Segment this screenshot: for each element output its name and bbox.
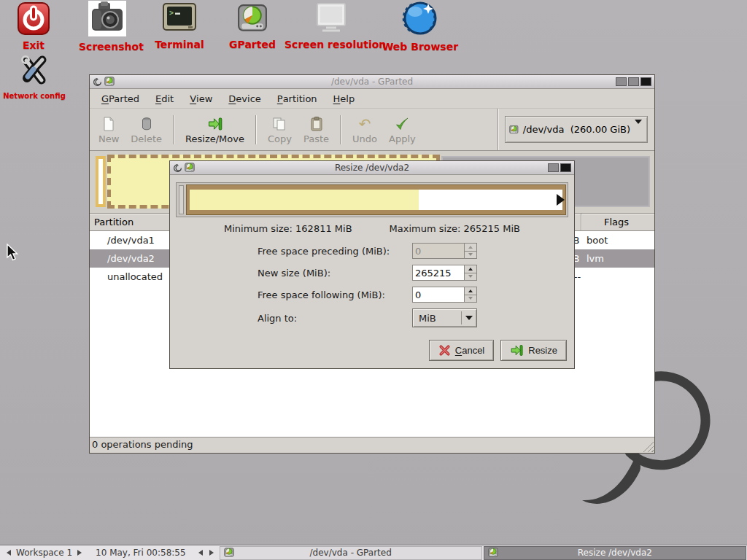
next-workspace-icon[interactable]	[77, 550, 82, 556]
taskbar-window-resize-dialog[interactable]: Resize /dev/vda2	[484, 546, 746, 560]
dialog-titlebar[interactable]: Resize /dev/vda2	[170, 161, 574, 175]
free-space-following-spinner[interactable]	[412, 287, 477, 303]
maximize-button[interactable]	[548, 163, 559, 172]
spin-up-icon	[465, 243, 477, 252]
apply-button[interactable]: Apply	[383, 113, 422, 146]
desktop-icon-screenshot[interactable]: Screenshot	[79, 1, 136, 52]
resize-button[interactable]: Resize	[500, 340, 567, 361]
resize-move-icon	[207, 116, 223, 132]
close-button[interactable]	[640, 77, 651, 86]
menu-view[interactable]: View	[182, 89, 220, 108]
chevron-down-icon	[635, 124, 643, 135]
cancel-x-icon	[438, 344, 451, 357]
pending-operations-text: 0 operations pending	[92, 439, 193, 450]
spin-up-icon[interactable]	[465, 265, 477, 273]
svg-text:>: >	[169, 9, 174, 17]
menu-help[interactable]: Help	[325, 89, 363, 108]
apply-check-icon	[394, 116, 410, 132]
new-size-spinner[interactable]	[412, 265, 477, 281]
desktop-icon-web-browser[interactable]: Web Browser	[379, 0, 461, 52]
taskbar-window-gparted[interactable]: /dev/vda - GParted	[220, 546, 482, 560]
menu-device[interactable]: Device	[220, 89, 268, 108]
toolbar-separator	[340, 115, 341, 144]
new-button[interactable]: New	[93, 113, 125, 146]
partition-frame	[186, 184, 566, 215]
copy-icon	[271, 116, 287, 132]
desktop-icon-label: Web Browser	[379, 41, 461, 52]
device-selector[interactable]: /dev/vda (260.00 GiB)	[505, 116, 648, 143]
menu-edit[interactable]: Edit	[147, 89, 182, 108]
tools-icon	[18, 52, 51, 88]
new-size-input[interactable]	[412, 265, 465, 281]
column-header-partition[interactable]: Partition	[94, 214, 133, 230]
main-titlebar[interactable]: /dev/vda - GParted	[90, 75, 654, 89]
desktop-icon-network-config[interactable]: Network config	[1, 52, 67, 100]
menu-partition[interactable]: Partition	[269, 89, 325, 108]
spin-up-icon[interactable]	[465, 287, 477, 295]
partition-block-vda1[interactable]	[96, 156, 106, 207]
debian-swirl-icon	[93, 77, 102, 87]
free-space-preceding-input	[412, 243, 465, 259]
desktop-icon-gparted[interactable]: GParted	[227, 4, 278, 50]
used-space-bar	[190, 190, 419, 210]
desktop-icon-label: Screenshot	[79, 41, 136, 52]
align-to-select[interactable]: MiB	[412, 308, 477, 327]
right-resize-handle-icon[interactable]	[557, 194, 565, 206]
desktop-icon-label: Network config	[1, 92, 67, 100]
next-window-icon[interactable]	[209, 550, 214, 556]
toolbar-separator	[173, 115, 174, 144]
free-space-following-input[interactable]	[412, 287, 465, 303]
desktop-icon-terminal[interactable]: > Terminal	[148, 2, 211, 50]
prev-window-icon[interactable]	[198, 550, 203, 556]
desktop-icon-exit[interactable]: Exit	[12, 2, 55, 51]
resize-arrow-icon	[510, 343, 524, 357]
taskbar: Workspace 1 10 May, Fri 00:58:55 /dev/vd…	[0, 545, 747, 560]
camera-icon	[88, 1, 126, 36]
desktop-icon-screen-resolution[interactable]: Screen resolution	[285, 2, 377, 50]
close-button[interactable]	[560, 163, 571, 172]
gparted-task-icon	[224, 548, 234, 558]
delete-button[interactable]: Delete	[125, 113, 168, 146]
dialog-title: Resize /dev/vda2	[170, 163, 574, 173]
undo-icon: ↶	[357, 116, 373, 132]
copy-button[interactable]: Copy	[262, 113, 298, 146]
toolbar-separator	[255, 115, 257, 144]
power-icon	[18, 2, 50, 35]
resize-dialog: Resize /dev/vda2 Minimum size: 162811 Mi…	[169, 160, 575, 369]
menubar: GParted Edit View Device Partition Help	[90, 89, 654, 109]
prev-workspace-icon[interactable]	[7, 550, 11, 556]
paste-button[interactable]: Paste	[298, 113, 335, 146]
free-space-preceding-spinner	[412, 243, 477, 259]
new-partition-icon	[101, 116, 117, 132]
resize-grip[interactable]	[643, 441, 654, 452]
gparted-window-icon	[104, 77, 115, 87]
resize-move-button[interactable]: Resize/Move	[179, 113, 250, 146]
align-to-value: MiB	[413, 313, 461, 324]
maximize-button[interactable]	[628, 77, 639, 86]
column-header-flags[interactable]: Flags	[581, 214, 651, 230]
device-combo-area: /dev/vda (260.00 GiB)	[498, 109, 654, 150]
desktop-icon-label: Screen resolution	[285, 39, 377, 50]
cancel-button[interactable]: Cancel	[429, 340, 494, 361]
size-limits: Minimum size: 162811 MiB Maximum size: 2…	[170, 223, 574, 234]
device-label: /dev/vda (260.00 GiB)	[523, 124, 630, 135]
window-title: /dev/vda - GParted	[90, 77, 654, 87]
window-cycle-arrows	[193, 550, 219, 556]
resize-form: Free space preceding (MiB): New size (Mi…	[258, 243, 574, 327]
free-space-preceding-label: Free space preceding (MiB):	[258, 246, 412, 257]
undo-button[interactable]: ↶ Undo	[347, 113, 383, 146]
partition-space	[190, 190, 562, 210]
minimum-size-text: Minimum size: 162811 MiB	[224, 223, 352, 234]
resize-slider-widget	[176, 182, 568, 217]
workspace-label: Workspace 1	[16, 548, 72, 558]
minimize-button[interactable]	[616, 77, 627, 86]
menu-gparted[interactable]: GParted	[93, 89, 147, 108]
left-resize-handle[interactable]	[179, 185, 184, 214]
status-bar: 0 operations pending	[90, 437, 654, 453]
spin-down-icon[interactable]	[465, 273, 477, 281]
spin-down-icon[interactable]	[465, 295, 477, 303]
workspace-switcher[interactable]: Workspace 1	[0, 548, 88, 558]
maximum-size-text: Maximum size: 265215 MiB	[390, 223, 520, 234]
mouse-cursor	[6, 244, 20, 262]
toolbar: New Delete Resize/Move Copy Paste	[90, 109, 654, 151]
